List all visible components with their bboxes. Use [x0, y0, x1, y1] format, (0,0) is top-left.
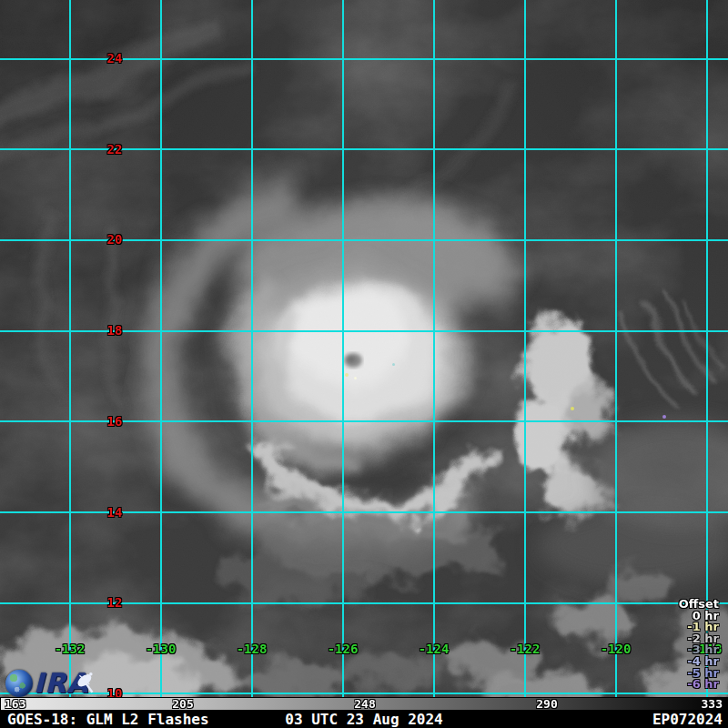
gridline-longitude: [160, 0, 162, 697]
legend-rows: 0 hr-1 hr-2 hr-3 hr-4 hr-5 hr-6 hr: [679, 611, 719, 691]
lightning-flash-marker: [392, 363, 395, 366]
storm-id: EP072024: [652, 711, 723, 728]
gridline-longitude: [524, 0, 526, 697]
satellite-dish-icon: [75, 672, 98, 695]
brightness-colorbar: 163205248290333: [0, 697, 728, 711]
satellite-viewer-frame: 2422201816141210-132-130-128-126-124-122…: [0, 0, 728, 728]
gridline-longitude: [615, 0, 617, 697]
colorbar-tick: 248: [347, 698, 383, 710]
lightning-flash-marker: [662, 415, 666, 419]
gridline-longitude: [706, 0, 708, 697]
latitude-label: 24: [100, 51, 129, 66]
latitude-label: 14: [100, 505, 129, 520]
gridline-longitude: [251, 0, 253, 697]
gridline-longitude: [433, 0, 435, 697]
longitude-label: -130: [136, 642, 187, 656]
longitude-label: -126: [318, 642, 369, 656]
longitude-label: -128: [227, 642, 278, 656]
longitude-label: -132: [45, 642, 96, 656]
gridline-longitude: [342, 0, 344, 697]
flash-offset-legend: Offset 0 hr-1 hr-2 hr-3 hr-4 hr-5 hr-6 h…: [679, 599, 719, 691]
lightning-flash-marker: [571, 407, 574, 410]
latitude-label: 12: [100, 595, 129, 610]
colorbar-tick: 205: [165, 698, 201, 710]
colorbar-tick: 290: [529, 698, 565, 710]
colorbar-tick: 333: [702, 698, 723, 710]
timestamp: 03 UTC 23 Aug 2024: [0, 711, 728, 728]
gridline-longitude: [69, 0, 71, 697]
legend-offset-row: -6 hr: [679, 679, 719, 691]
lightning-flash-marker: [354, 377, 357, 379]
latitude-label: 10: [100, 686, 129, 697]
latitude-label: 16: [100, 414, 129, 429]
latitude-label: 22: [100, 142, 129, 157]
earth-globe-icon: [5, 670, 33, 697]
longitude-label: -124: [409, 642, 460, 656]
latlon-grid-overlay: 2422201816141210-132-130-128-126-124-122…: [0, 0, 728, 697]
lightning-flash-marker: [345, 373, 349, 377]
latitude-label: 18: [100, 323, 129, 338]
status-bar: GOES-18: GLM L2 Flashes 03 UTC 23 Aug 20…: [0, 711, 728, 728]
longitude-label: -122: [500, 642, 551, 656]
longitude-label: -120: [591, 642, 642, 656]
latitude-label: 20: [100, 232, 129, 247]
cira-logo: IRA: [5, 669, 88, 697]
colorbar-tick: 163: [5, 698, 25, 710]
